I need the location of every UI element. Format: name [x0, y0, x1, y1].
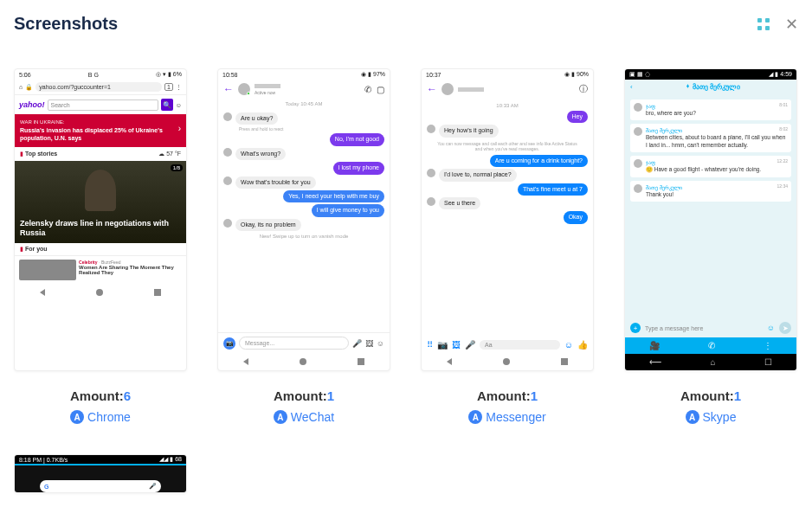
card-caption: Amount:1	[680, 388, 741, 403]
article-text: Celebrity · BuzzFeed Women Are Sharing T…	[79, 260, 182, 280]
back-nav-icon: ⟵	[649, 357, 661, 367]
msg-text: Thank you!	[646, 191, 788, 198]
top-stories-label: Top stories	[25, 151, 57, 157]
status-right: ◢ ▮ 4:59	[769, 71, 792, 78]
avatar	[634, 184, 642, 193]
menu-icon: ⋮	[176, 84, 182, 91]
screenshot-card[interactable]: 5:06 B G ◎ ▾ ▮ 6% ⌂ 🔒 yahoo.com/?guccoun…	[14, 68, 187, 424]
app-name: Chrome	[87, 410, 131, 424]
screenshot-card[interactable]: 10:58 ◉ ▮ 97% ← Active now ✆ ▢ Today 10:…	[217, 68, 390, 424]
screenshots-modal: Screenshots ✕ 5:06 B G ◎ ▾ ▮ 6% ⌂ 🔒 yaho…	[0, 0, 812, 507]
search-input: Search	[48, 99, 158, 111]
msg-bubble: Are u coming for a drink tonight?	[490, 155, 588, 167]
back-nav-icon	[447, 358, 452, 365]
skype-msg: მათე მერკული Between cities, about to bo…	[630, 124, 791, 152]
send-icon: ➤	[779, 322, 791, 334]
contact-name-redacted	[255, 84, 280, 88]
home-nav-icon: ⌂	[710, 357, 715, 367]
status-battery: ◎ ▾ ▮ 6%	[156, 71, 182, 78]
status-bar: 10:37 ◉ ▮ 90%	[422, 69, 593, 80]
recent-nav-icon	[358, 358, 364, 365]
contact-name: ᠂ მათე მერკული	[684, 83, 740, 91]
msg-bubble: Yes, I need your help with me buy	[283, 190, 384, 202]
amount-value: 1	[531, 388, 538, 403]
screenshots-gallery: 5:06 B G ◎ ▾ ▮ 6% ⌂ 🔒 yahoo.com/?guccoun…	[14, 68, 798, 493]
chat-header-icons: ✆ ▢	[364, 85, 384, 94]
status-battery: ◉ ▮ 97%	[361, 71, 385, 78]
active-status: Active now	[255, 90, 280, 95]
camera-icon: 📷	[223, 337, 235, 350]
nav-buttons	[422, 353, 593, 370]
header-actions: ✕	[757, 16, 798, 32]
screenshot-thumb-skype: ▣ ▦ ◌ ◢ ▮ 4:59 ‹ ᠂ მათე მერკული ჯაფ bro,…	[624, 68, 797, 371]
chat-input-bar: 📷 Message... 🎤 🖼 ☺	[218, 332, 390, 353]
status-time: 5:06	[19, 72, 31, 78]
skype-body: ჯაფ bro, where are you? 8:01 მათე მერკულ…	[625, 94, 796, 318]
conversation-time: 10:33 AM	[427, 103, 588, 108]
msg-time: 12:22	[777, 158, 788, 164]
recent-nav-icon: ☐	[764, 357, 772, 367]
avatar	[634, 159, 642, 168]
grid-view-icon[interactable]	[757, 18, 770, 30]
phone-icon: ✆	[708, 341, 715, 350]
status-bar: ▣ ▦ ◌ ◢ ▮ 4:59	[625, 69, 796, 80]
amount-value: 1	[327, 388, 334, 403]
msg-bubble: I'd love to, normal place?	[439, 169, 517, 181]
amount-label: Amount	[70, 388, 119, 403]
app-link[interactable]: A WeChat	[274, 410, 334, 424]
app-link[interactable]: A Skype	[686, 410, 737, 424]
app-link[interactable]: A Messenger	[468, 410, 545, 424]
amount-label: Amount	[477, 388, 526, 403]
hero-image	[85, 170, 116, 211]
status-bar: 5:06 B G ◎ ▾ ▮ 6%	[15, 69, 186, 80]
status-left: ▣ ▦ ◌	[629, 71, 650, 78]
skype-call-bar: 🎥 ✆ ⋮	[625, 337, 796, 354]
card-caption: Amount:1	[274, 388, 334, 403]
news-banner: › WAR IN UKRAINE: Russia's invasion has …	[15, 114, 186, 147]
article-image	[19, 260, 76, 280]
app-link[interactable]: A Chrome	[70, 410, 131, 424]
apps-icon: ⠿	[427, 340, 433, 350]
url-text: yahoo.com/?guccounter=1	[35, 82, 162, 92]
screenshot-card[interactable]: 10:37 ◉ ▮ 90% ← ⓘ 10:33 AM Hey Hey how's…	[421, 68, 594, 424]
screenshot-card[interactable]: ▣ ▦ ◌ ◢ ▮ 4:59 ‹ ᠂ მათე მერკული ჯაფ bro,…	[624, 68, 797, 424]
chat-body: 10:33 AM Hey Hey how's it going You can …	[422, 99, 593, 337]
image-icon: 🖼	[452, 340, 461, 350]
recent-nav-icon	[154, 289, 161, 296]
home-icon: ⌂	[19, 84, 23, 90]
phone-icon: ✆	[364, 85, 371, 94]
back-arrow-icon: ←	[223, 83, 234, 95]
for-you-section: ▮ For you	[15, 243, 186, 255]
msg-bubble: No, I'm not good	[330, 133, 384, 145]
status-right: ◢◢ ▮ 68	[159, 456, 182, 463]
compose-input: Message...	[239, 337, 349, 350]
status-bar: 10:58 ◉ ▮ 97%	[218, 69, 390, 80]
top-stories-row: ▮ Top stories ☁ 57 °F	[15, 147, 186, 161]
tab-count: 1	[164, 83, 173, 91]
screenshot-thumb-wechat: 10:58 ◉ ▮ 97% ← Active now ✆ ▢ Today 10:…	[217, 68, 390, 371]
skype-header: ‹ ᠂ მათე მერკული	[625, 80, 796, 94]
home-nav-icon	[300, 358, 306, 365]
screenshot-card[interactable]: 8:18 PM | 0.7KB/s ◢◢ ▮ 68 G 🎤	[14, 454, 187, 493]
emoji-icon: ☺	[377, 339, 384, 348]
status-time: 10:37	[426, 72, 441, 78]
app-badge-icon: A	[70, 410, 84, 424]
amount-value: 1	[734, 388, 741, 403]
close-icon[interactable]: ✕	[785, 16, 798, 32]
avatar	[634, 103, 642, 112]
chat-body: Are u okay? Press and hold to react No, …	[218, 109, 390, 332]
msg-bubble: Hey how's it going	[439, 125, 499, 137]
msg-bubble: Okay, its no problem	[235, 219, 301, 231]
video-icon: ▢	[377, 85, 384, 94]
reaction-hint: Press and hold to react	[239, 126, 384, 132]
msg-bubble: Wow that's trouble for you	[235, 176, 316, 189]
nav-buttons: ⟵ ⌂ ☐	[625, 354, 796, 370]
avatar	[427, 125, 435, 133]
hero-counter: 1/8	[171, 164, 183, 171]
msg-bubble: Hey	[567, 111, 588, 123]
menu-icon: ⋮	[764, 341, 772, 350]
msg-bubble: What's wrong?	[235, 148, 286, 160]
app-name: WeChat	[291, 410, 334, 424]
vanish-hint: New! Swipe up to turn on vanish mode	[223, 234, 384, 239]
avatar	[223, 112, 232, 121]
